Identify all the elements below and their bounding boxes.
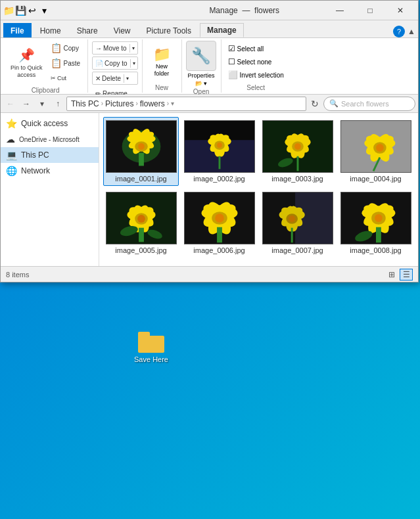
collapse-ribbon-icon[interactable]: ▲ <box>408 27 415 36</box>
tab-view[interactable]: View <box>106 23 138 37</box>
status-bar: 8 items ⊞ ☰ <box>1 266 418 282</box>
svg-point-59 <box>215 214 224 223</box>
sidebar-item-network[interactable]: 🌐 Network <box>1 163 99 179</box>
ribbon-group-open: 🔧 Properties 📂▾ Open <box>182 39 222 93</box>
sidebar-item-this-pc[interactable]: 💻 This PC <box>1 147 99 163</box>
help-icon[interactable]: ? <box>393 26 405 37</box>
search-placeholder: Search flowers <box>341 100 389 108</box>
file-item-0008[interactable]: image_0008.jpg <box>338 189 413 258</box>
main-content: ⭐ Quick access ☁ OneDrive - Microsoft 💻 … <box>1 113 418 266</box>
svg-point-48 <box>137 215 145 223</box>
close-button[interactable]: ✕ <box>385 1 415 20</box>
properties-button[interactable]: 🔧 <box>186 41 216 71</box>
file-item-0003[interactable]: image_0003.jpg <box>260 117 335 186</box>
desktop-icon-label: Save Here <box>134 355 168 363</box>
properties-area: 🔧 Properties 📂▾ <box>186 41 216 87</box>
file-thumb-0008 <box>340 192 411 244</box>
svg-rect-60 <box>217 227 222 243</box>
new-folder-icon: 📁 <box>153 46 171 63</box>
file-item-0005[interactable]: image_0005.jpg <box>103 189 179 258</box>
svg-point-69 <box>289 215 295 222</box>
delete-button[interactable]: ✕ Delete ▾ <box>92 72 137 85</box>
desktop-folder-icon[interactable]: Save Here <box>128 332 174 363</box>
select-group: ☑ Select all ☐ Select none ⬜ Invert sele… <box>225 43 287 81</box>
file-item-0001[interactable]: image_0001.jpg <box>103 117 179 186</box>
window-controls: — □ ✕ <box>325 1 415 20</box>
file-thumb-0006 <box>184 192 255 244</box>
pin-label: Pin to Quickaccess <box>11 64 43 79</box>
file-name-0006: image_0006.jpg <box>193 246 245 254</box>
status-bar-right: ⊞ ☰ <box>385 269 413 281</box>
organize-vert: → Move to ▾ 📄 Copy to ▾ <box>92 41 137 101</box>
copy-icon: 📋 <box>51 43 62 53</box>
path-pictures[interactable]: Pictures <box>105 99 133 108</box>
file-item-0007[interactable]: image_0007.jpg <box>260 189 335 258</box>
minimize-button[interactable]: — <box>325 1 355 20</box>
sidebar-item-onedrive[interactable]: ☁ OneDrive - Microsoft <box>1 131 99 147</box>
paste-button[interactable]: 📋 Paste <box>47 56 84 70</box>
qat-save-icon[interactable]: 💾 <box>15 5 26 16</box>
copy-button[interactable]: 📋 Copy <box>47 41 84 55</box>
status-count: 8 items <box>6 271 29 279</box>
address-path[interactable]: This PC › Pictures › flowers › ▾ <box>66 97 306 111</box>
new-folder-label: Newfolder <box>154 63 170 78</box>
tab-file[interactable]: File <box>3 23 32 37</box>
invert-selection-button[interactable]: ⬜ Invert selection <box>225 69 287 81</box>
open-history-button[interactable]: 📂▾ <box>195 80 207 87</box>
path-flowers[interactable]: flowers <box>140 99 165 108</box>
forward-button[interactable]: → <box>19 97 34 111</box>
folder-icon <box>138 332 164 353</box>
file-thumb-0005 <box>106 192 177 244</box>
svg-point-8 <box>138 143 145 150</box>
qat-folder-icon[interactable]: 📁 <box>3 5 14 16</box>
path-this-pc[interactable]: This PC <box>71 99 99 108</box>
new-folder-button[interactable]: 📁 Newfolder <box>147 43 177 81</box>
file-item-0006[interactable]: image_0006.jpg <box>181 189 257 258</box>
refresh-button[interactable]: ↻ <box>308 97 322 111</box>
new-buttons: 📁 Newfolder <box>147 41 177 83</box>
clipboard-label: Clipboard <box>32 85 60 94</box>
move-to-button[interactable]: → Move to ▾ <box>92 41 137 55</box>
qat-undo-icon[interactable]: ↩ <box>27 5 37 16</box>
tab-share[interactable]: Share <box>70 23 105 37</box>
svg-rect-79 <box>376 227 381 243</box>
paste-dropdown-button[interactable]: ✂ Cut <box>47 71 84 85</box>
search-box[interactable]: 🔍 Search flowers <box>323 97 415 111</box>
file-item-0002[interactable]: image_0002.jpg <box>181 117 257 186</box>
file-name-0008: image_0008.jpg <box>350 246 401 254</box>
select-all-button[interactable]: ☑ Select all <box>225 43 287 55</box>
select-none-button[interactable]: ☐ Select none <box>225 56 287 68</box>
address-bar: ← → ▾ ↑ This PC › Pictures › flowers › ▾… <box>1 95 418 113</box>
copy-to-button[interactable]: 📄 Copy to ▾ <box>92 56 137 70</box>
tab-manage[interactable]: Manage <box>200 23 244 37</box>
file-thumb-0002 <box>184 120 255 173</box>
svg-point-28 <box>294 143 301 150</box>
back-button[interactable]: ← <box>3 97 18 111</box>
view-tiles-button[interactable]: ⊞ <box>385 269 398 281</box>
up-button[interactable]: ↑ <box>51 97 65 111</box>
ribbon-group-new: 📁 Newfolder New <box>143 39 182 93</box>
svg-point-18 <box>217 143 222 148</box>
sidebar-item-quick-access[interactable]: ⭐ Quick access <box>1 116 99 131</box>
onedrive-icon: ☁ <box>6 134 15 145</box>
maximize-button[interactable]: □ <box>355 1 385 20</box>
tab-picture-tools[interactable]: Picture Tools <box>139 23 198 37</box>
title-bar: 📁 💾 ↩ ▾ Manage — flowers — □ ✕ <box>1 1 418 20</box>
qat-dropdown-icon[interactable]: ▾ <box>39 5 49 16</box>
path-dropdown-icon[interactable]: ▾ <box>171 100 174 107</box>
view-list-button[interactable]: ☰ <box>400 269 413 281</box>
ribbon-group-clipboard: 📌 Pin to Quickaccess 📋 Copy 📋 Paste <box>3 39 88 93</box>
open-buttons: 🔧 Properties 📂▾ <box>186 41 216 87</box>
recent-locations-button[interactable]: ▾ <box>35 97 49 111</box>
clipboard-buttons: 📌 Pin to Quickaccess 📋 Copy 📋 Paste <box>7 41 83 85</box>
tab-home[interactable]: Home <box>33 23 68 37</box>
explorer-window: 📁 💾 ↩ ▾ Manage — flowers — □ ✕ File Home <box>0 0 419 282</box>
quick-access-icon: ⭐ <box>6 118 17 129</box>
ribbon: File Home Share View Picture Tools Manag… <box>1 20 418 95</box>
ribbon-group-organize: → Move to ▾ 📄 Copy to ▾ <box>88 39 142 93</box>
file-item-0004[interactable]: image_0004.jpg <box>338 117 413 186</box>
svg-point-39 <box>376 144 384 152</box>
desktop: Save Here 📁 💾 ↩ ▾ Manage — flowers — □ ✕ <box>0 0 420 519</box>
paste-icon: 📋 <box>51 58 62 68</box>
pin-to-quick-access-button[interactable]: 📌 Pin to Quickaccess <box>7 44 46 82</box>
